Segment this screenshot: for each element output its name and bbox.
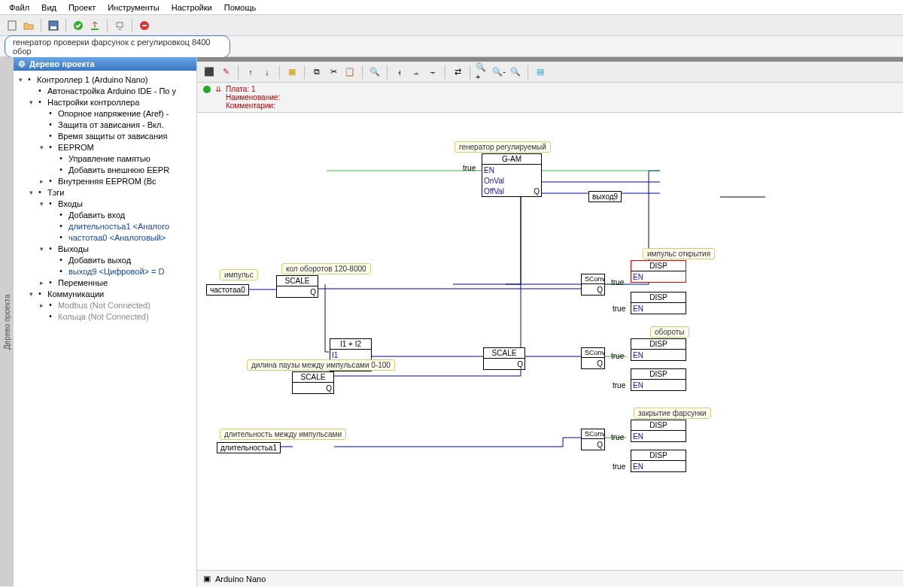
note-rpm-out: обороты [650, 326, 689, 338]
block-disp-rpm-1[interactable]: DISPEN [631, 338, 686, 361]
save-icon[interactable] [46, 18, 61, 33]
check-icon[interactable] [71, 18, 86, 33]
menu-bar: Файл Вид Проект Инструменты Настройки По… [0, 0, 903, 15]
tree-item[interactable]: •Добавить вход [15, 209, 195, 220]
tag-freq[interactable]: частотаа0 [206, 284, 249, 296]
open-icon[interactable] [21, 18, 36, 33]
zoom-out-icon[interactable]: 🔍- [491, 65, 506, 80]
menu-tools[interactable]: Инструменты [102, 3, 166, 12]
paste-icon[interactable]: 📋 [342, 65, 357, 80]
search-input[interactable]: генератор проверки фарсунок с регулировк… [5, 35, 230, 58]
note-pause: дилина паузы между импульсами 0-100 [247, 359, 395, 371]
footer-tab-bar: ▣ Arduino Nano [197, 570, 903, 586]
tree-item[interactable]: •Кольца (Not Connected) [15, 311, 195, 322]
block-sconv-3[interactable]: SConvQ [581, 429, 605, 450]
block-disp-open-2[interactable]: DISPEN [631, 292, 686, 314]
tree-item[interactable]: •частотаа0 <Аналоговый> [15, 232, 195, 243]
main-toolbar [0, 15, 903, 36]
tree-item[interactable]: ▾•Выходы [15, 243, 195, 254]
block-gam[interactable]: G-AM EN OnVal OffValQ [482, 153, 542, 197]
note-close: закрытие фарсунки [634, 408, 711, 419]
tree-item[interactable]: ▸•Внутренняя EEPROM (Вс [15, 175, 195, 186]
search-canvas-icon[interactable]: 🔍 [367, 65, 382, 80]
diagram-canvas[interactable]: генератор регулируемый G-AM EN OnVal Off… [197, 113, 903, 570]
upload-icon[interactable] [87, 18, 102, 33]
tree-item[interactable]: •Опорное напряжение (Aref) - [15, 108, 195, 119]
copy-icon[interactable]: ⧉ [309, 65, 324, 80]
tree-item[interactable]: •выход9 <Цифровой> = D [15, 265, 195, 277]
svg-rect-0 [8, 21, 16, 30]
tree-item[interactable]: ▾•Тэги [15, 186, 195, 198]
stop-icon[interactable] [137, 18, 152, 33]
true-label: true [613, 381, 625, 389]
arrow-up-icon[interactable]: ↑ [243, 65, 258, 80]
true-label: true [463, 164, 476, 172]
tree-item[interactable]: ▾•Контроллер 1 (Arduino Nano) [15, 74, 195, 85]
tree-item[interactable]: •Автонастройка Arduino IDE - По у [15, 85, 195, 96]
project-tree[interactable]: ▾•Контроллер 1 (Arduino Nano)•Автонастро… [14, 71, 196, 325]
tree-item[interactable]: •длительностьа1 <Аналого [15, 220, 195, 232]
svg-rect-2 [50, 26, 56, 29]
monitor-icon[interactable] [112, 18, 127, 33]
true-label: true [613, 462, 625, 471]
tree-item[interactable]: ▾•Коммуникации [15, 288, 195, 299]
menu-settings[interactable]: Настройки [166, 3, 218, 12]
tree-item[interactable]: ▾•EEPROM [15, 141, 195, 153]
info-comment: Комментарии: [226, 102, 280, 110]
info-bar: ⇊ Плата: 1 Наименование: Комментарии: [197, 83, 903, 113]
true-label: true [611, 433, 624, 441]
link-icon[interactable]: ⇄ [450, 65, 465, 80]
tree-title: Дерево проекта [29, 59, 95, 68]
zoom-fit-icon[interactable]: 🔍 [508, 65, 523, 80]
tag-duration[interactable]: длительностьа1 [217, 442, 281, 453]
note-open: импульс открытия [643, 248, 715, 259]
svg-rect-6 [142, 25, 147, 26]
block-scale-2[interactable]: SCALE Q [292, 371, 334, 394]
footer-tab[interactable]: Arduino Nano [215, 574, 266, 583]
tree-item[interactable]: •Защита от зависания - Вкл. [15, 119, 195, 130]
canvas-toolbar: ⬛ ✎ ↑ ↓ ▦ ⧉ ✂ 📋 🔍 ⫞ ⫠ ⫟ ⇄ 🔍+ 🔍- 🔍 ▤ [197, 62, 903, 83]
tree-item[interactable]: •Добавить выход [15, 254, 195, 265]
true-label: true [611, 352, 624, 360]
tree-item[interactable]: •Добавить внешнюю EEPR [15, 164, 195, 175]
canvas-tool-last[interactable]: ▤ [533, 65, 548, 80]
zoom-in-icon[interactable]: 🔍+ [475, 65, 490, 80]
tree-item[interactable]: ▸•Modbus (Not Connected) [15, 299, 195, 311]
info-plate: Плата: 1 [226, 85, 280, 93]
align-right-icon[interactable]: ⫟ [425, 65, 440, 80]
pin-icon[interactable]: ⯐ [18, 59, 26, 68]
true-label: true [613, 305, 625, 313]
sidebar-handle[interactable]: Дерево проекта [0, 57, 14, 586]
note-impulse: импульс [220, 269, 258, 280]
note-generator: генератор регулируемый [455, 141, 551, 153]
align-center-icon[interactable]: ⫠ [409, 65, 424, 80]
search-row: генератор проверки фарсунок с регулировк… [0, 36, 903, 57]
grid-icon[interactable]: ▦ [284, 65, 299, 80]
tree-item[interactable]: ▾•Входы [15, 198, 195, 209]
tree-item[interactable]: ▸•Переменные [15, 277, 195, 288]
menu-view[interactable]: Вид [35, 3, 62, 12]
menu-file[interactable]: Файл [3, 3, 35, 12]
menu-help[interactable]: Помощь [218, 3, 263, 12]
canvas-tool-1[interactable]: ⬛ [202, 65, 217, 80]
block-sconv-2[interactable]: SConvQ [581, 347, 605, 369]
canvas-tool-2[interactable]: ✎ [218, 65, 233, 80]
new-icon[interactable] [5, 18, 20, 33]
tag-output9[interactable]: выход9 [588, 191, 622, 202]
block-disp-close-1[interactable]: DISPEN [631, 420, 686, 442]
tree-item[interactable]: •Управление памятью [15, 153, 195, 164]
project-tree-panel: ⯐ Дерево проекта ▾•Контроллер 1 (Arduino… [14, 57, 197, 586]
tree-item[interactable]: •Время защиты от зависания [15, 130, 195, 141]
cut-icon[interactable]: ✂ [326, 65, 341, 80]
block-scale-1[interactable]: SCALE Q [276, 275, 318, 298]
block-sconv-1[interactable]: SConvQ [581, 274, 605, 296]
align-left-icon[interactable]: ⫞ [392, 65, 407, 80]
arrow-down-icon[interactable]: ↓ [260, 65, 275, 80]
project-tree-header: ⯐ Дерево проекта [14, 57, 196, 71]
block-disp-close-2[interactable]: DISPEN [631, 450, 686, 472]
block-scale-3[interactable]: SCALE Q [483, 347, 525, 370]
block-disp-open-1[interactable]: DISPEN [631, 260, 686, 283]
tree-item[interactable]: ▾•Настройки контроллера [15, 96, 195, 108]
block-disp-rpm-2[interactable]: DISPEN [631, 368, 686, 391]
menu-project[interactable]: Проект [62, 3, 102, 12]
